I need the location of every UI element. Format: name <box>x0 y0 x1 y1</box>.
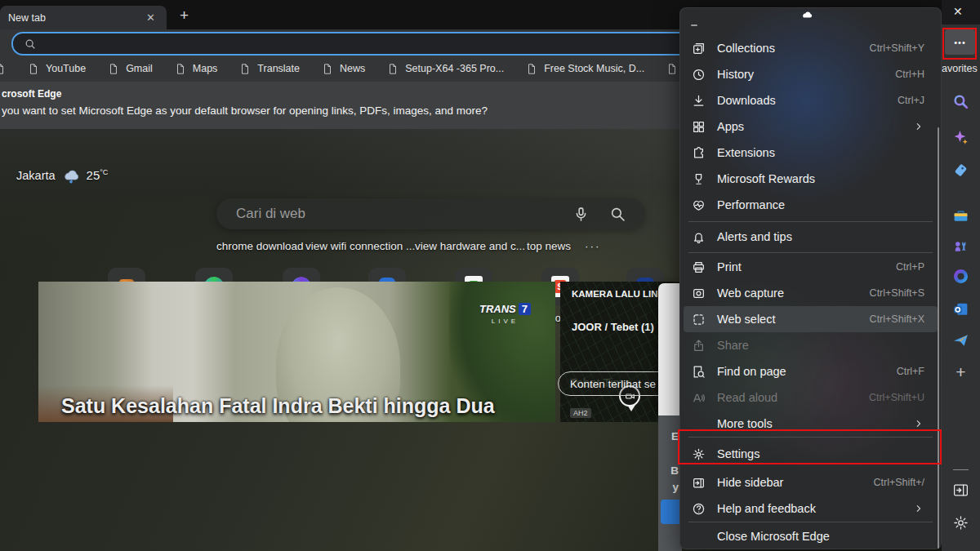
edge-browser-window: New tab ✕ + YouTube Gmail Maps Translate… <box>0 0 980 551</box>
favorites-label: avorites <box>942 63 980 74</box>
menu-item-help-and-feedback[interactable]: Help and feedback <box>684 495 938 522</box>
window-close-icon[interactable]: ✕ <box>953 5 963 18</box>
bell-icon <box>692 230 706 244</box>
bookmark-free-stock-music[interactable]: Free Stock Music, D... <box>526 63 644 75</box>
sidebar-search-icon[interactable] <box>952 92 970 110</box>
menu-item-hide-sidebar[interactable]: Hide sidebar Ctrl+Shift+/ <box>684 469 938 495</box>
apps-icon <box>692 120 706 134</box>
banner-title: crosoft Edge <box>2 88 61 100</box>
menu-item-microsoft-rewards[interactable]: Microsoft Rewards <box>684 166 938 192</box>
settings-and-more-button[interactable]: ••• <box>945 29 975 55</box>
occluded-dialog: E B y <box>658 283 682 551</box>
extensions-icon <box>692 146 706 160</box>
page-icon <box>322 63 333 75</box>
bookmark-translate[interactable]: Translate <box>239 63 300 75</box>
page-icon <box>0 63 6 75</box>
blank-icon <box>692 530 706 544</box>
page-icon <box>175 63 186 75</box>
menu-item-alerts-and-tips[interactable]: Alerts and tips <box>684 224 938 250</box>
road-badge: AH2 <box>570 408 591 418</box>
collections-icon <box>692 42 706 56</box>
mouse-cursor <box>801 11 813 20</box>
help-icon <box>692 502 706 516</box>
menu-item-collections[interactable]: Collections Ctrl+Shift+Y <box>684 35 938 61</box>
bookmark-maps[interactable]: Maps <box>175 63 218 75</box>
menu-item-settings[interactable]: Settings <box>684 440 938 468</box>
sidebar-settings-icon[interactable] <box>952 513 970 531</box>
page-icon <box>28 63 39 75</box>
browser-tab-new-tab[interactable]: New tab ✕ <box>0 6 167 29</box>
web-capture-icon <box>692 287 706 300</box>
menu-item-close-microsoft-edge[interactable]: Close Microsoft Edge <box>684 523 938 549</box>
tab-close-icon[interactable]: ✕ <box>143 11 158 24</box>
menu-separator <box>688 252 933 253</box>
menu-scrollbar[interactable] <box>938 127 939 549</box>
new-tab-button[interactable]: + <box>175 5 194 26</box>
menu-item-more-tools[interactable]: More tools <box>684 411 938 437</box>
page-icon <box>526 63 537 75</box>
menu-item-web-capture[interactable]: Web capture Ctrl+Shift+S <box>684 280 938 306</box>
read-aloud-icon <box>692 391 706 405</box>
edge-more-menu: Collections Ctrl+Shift+Y History Ctrl+H … <box>679 7 942 549</box>
menu-item-downloads[interactable]: Downloads Ctrl+J <box>684 87 938 113</box>
submenu-chevron-icon <box>913 418 924 429</box>
bookmark-gmail[interactable]: Gmail <box>108 63 153 75</box>
search-icon[interactable] <box>610 207 626 222</box>
page-icon <box>387 63 399 75</box>
sidebar-outlook-icon[interactable] <box>952 300 970 318</box>
sidebar-games-icon[interactable] <box>952 236 970 254</box>
submenu-chevron-icon <box>913 503 924 514</box>
bookmark-youtube[interactable]: YouTube <box>28 63 86 75</box>
printer-icon <box>692 260 706 274</box>
bookmark-news[interactable]: News <box>322 63 365 75</box>
web-search-box[interactable] <box>216 198 645 229</box>
share-icon <box>692 339 706 353</box>
news-card-video[interactable]: TRANS7 LIVE Satu Kesalahan Fatal Indra B… <box>38 282 555 422</box>
partial-menu-item <box>691 24 697 26</box>
page-icon <box>108 63 119 75</box>
quick-link-chrome-download[interactable]: chrome download <box>216 240 304 252</box>
menu-item-find-on-page[interactable]: Find on page Ctrl+F <box>684 358 938 384</box>
menu-item-apps[interactable]: Apps <box>684 113 938 140</box>
microphone-icon[interactable] <box>573 207 589 222</box>
bookmark-setup[interactable]: Setup-X64 -365 Pro... <box>387 63 504 75</box>
rain-cloud-icon <box>60 167 82 184</box>
edge-sidebar: ✕ ••• avorites + <box>942 0 980 551</box>
weather-city: Jakarta <box>16 169 56 182</box>
bookmark-partial[interactable] <box>0 63 6 75</box>
rewards-icon <box>692 172 706 186</box>
menu-item-read-aloud: Read aloud Ctrl+Shift+U <box>684 384 938 411</box>
menu-item-web-select[interactable]: Web select Ctrl+Shift+X <box>684 306 938 332</box>
weather-unit: °C <box>100 168 108 176</box>
web-search-input[interactable] <box>234 205 573 223</box>
menu-item-performance[interactable]: Performance <box>684 192 938 218</box>
sidebar-add-icon[interactable]: + <box>952 363 970 381</box>
trans7-logo: TRANS7 LIVE <box>479 303 531 325</box>
quick-link-wifi[interactable]: view wifi connection ... <box>305 240 415 252</box>
page-icon <box>666 63 678 75</box>
menu-item-history[interactable]: History Ctrl+H <box>684 61 938 87</box>
camera-card-title: KAMERA LALU LIN <box>572 289 658 299</box>
sidebar-tools-icon[interactable] <box>952 207 970 224</box>
weather-widget[interactable]: Jakarta 25°C <box>16 167 108 184</box>
camera-card-subtitle: JOOR / Tebet (1) <box>572 321 654 333</box>
sidebar-discover-icon[interactable] <box>952 128 970 146</box>
video-caption: Satu Kesalahan Fatal Indra Bekti hingga … <box>61 394 495 418</box>
quick-link-hardware[interactable]: view hardware and c... <box>415 240 525 252</box>
sidebar-microsoft-365-icon[interactable] <box>952 267 970 285</box>
history-icon <box>692 68 706 82</box>
sidebar-drop-icon[interactable] <box>952 331 970 349</box>
page-icon <box>239 63 251 75</box>
quick-links-more-icon[interactable]: ··· <box>585 240 601 252</box>
live-badge: LIVE <box>479 318 531 325</box>
menu-item-print[interactable]: Print Ctrl+P <box>684 254 938 280</box>
menu-item-extensions[interactable]: Extensions <box>684 140 938 166</box>
sidebar-hide-sidebar-icon[interactable] <box>952 481 970 499</box>
dialog-top-panel <box>658 283 682 415</box>
sidebar-shopping-icon[interactable] <box>952 161 970 179</box>
quick-link-top-news[interactable]: top news <box>527 240 571 252</box>
web-select-icon <box>692 313 706 327</box>
performance-icon <box>692 198 706 212</box>
hide-sidebar-icon <box>692 476 706 490</box>
menu-separator <box>688 221 933 222</box>
